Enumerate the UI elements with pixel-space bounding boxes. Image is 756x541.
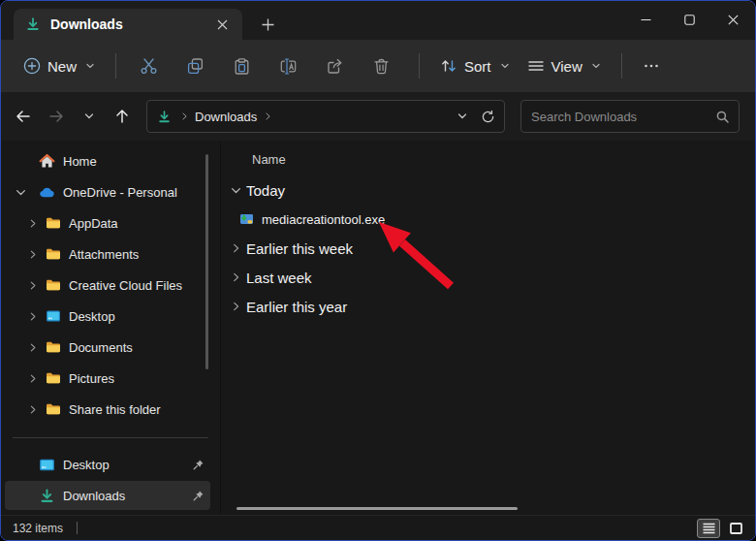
sidebar-item-label: OneDrive - Personal xyxy=(63,185,210,200)
share-button[interactable] xyxy=(314,48,355,83)
expand-chevron[interactable] xyxy=(26,249,38,260)
pin-icon xyxy=(192,490,205,502)
maximize-icon xyxy=(684,15,695,25)
sidebar-item-label: Downloads xyxy=(63,489,191,503)
new-tab-button[interactable] xyxy=(254,9,281,40)
more-options-button[interactable] xyxy=(634,48,669,83)
group-header-earlier-this-year[interactable]: Earlier this year xyxy=(221,292,755,321)
forward-button[interactable] xyxy=(42,102,71,131)
paste-button[interactable] xyxy=(221,48,262,83)
folder-icon xyxy=(46,246,61,262)
sidebar-item-label: Attachments xyxy=(69,247,210,262)
sidebar-item-label: Documents xyxy=(69,340,210,355)
up-arrow-icon xyxy=(114,109,130,124)
breadcrumb-segment[interactable]: Downloads xyxy=(195,110,257,124)
view-button-label: View xyxy=(551,58,583,75)
forward-arrow-icon xyxy=(48,109,64,124)
breadcrumb-chevron-icon xyxy=(263,111,272,121)
expand-chevron[interactable] xyxy=(26,218,38,229)
address-dropdown-button[interactable] xyxy=(450,103,475,130)
folder-icon xyxy=(46,277,61,293)
details-view-icon xyxy=(703,523,715,534)
sidebar-item-appdata[interactable]: AppData xyxy=(5,208,210,238)
group-list: Today mediacreationtool.exe Earlier this… xyxy=(221,175,755,321)
sidebar-item-creative-cloud-files[interactable]: Creative Cloud Files xyxy=(5,270,210,300)
sidebar-item-desktop-pinned[interactable]: Desktop xyxy=(5,450,210,479)
sidebar-item-pictures[interactable]: Pictures xyxy=(5,364,210,393)
expand-chevron[interactable] xyxy=(26,311,38,322)
folder-icon xyxy=(46,215,61,231)
new-button[interactable]: New xyxy=(15,50,104,81)
horizontal-scrollbar[interactable] xyxy=(236,507,518,510)
sidebar-item-label: Desktop xyxy=(69,309,210,324)
sidebar-item-share-this-folder[interactable]: Share this folder xyxy=(5,395,210,424)
pin-icon xyxy=(192,459,205,471)
chevron-right-icon xyxy=(230,271,241,283)
details-view-button[interactable] xyxy=(697,519,720,538)
group-header-today[interactable]: Today xyxy=(221,175,755,205)
sidebar-item-label: AppData xyxy=(69,216,210,231)
expand-chevron[interactable] xyxy=(13,186,28,199)
minimize-icon xyxy=(641,15,651,25)
toolbar-divider xyxy=(115,53,116,79)
desktop-icon xyxy=(39,457,55,473)
large-icons-view-icon xyxy=(730,523,742,534)
large-icons-view-button[interactable] xyxy=(724,519,747,538)
search-input[interactable] xyxy=(531,110,715,124)
delete-button[interactable] xyxy=(361,48,401,83)
column-header-label: Name xyxy=(252,152,286,167)
close-window-button[interactable] xyxy=(711,1,755,38)
expand-chevron[interactable] xyxy=(26,404,38,415)
sidebar-item-desktop[interactable]: Desktop xyxy=(5,302,210,331)
media-creation-tool-icon xyxy=(239,211,255,227)
back-button[interactable] xyxy=(9,102,38,131)
expand-chevron[interactable] xyxy=(26,342,38,353)
sidebar-scrollbar[interactable] xyxy=(205,154,208,369)
sidebar-divider xyxy=(13,437,208,438)
sort-button[interactable]: Sort xyxy=(431,50,519,81)
chevron-down-icon xyxy=(591,61,601,71)
downloads-icon xyxy=(39,488,55,504)
tab-downloads[interactable]: Downloads xyxy=(14,9,242,40)
sidebar-item-onedrive[interactable]: OneDrive - Personal xyxy=(5,177,210,207)
sidebar-item-documents[interactable]: Documents xyxy=(5,333,210,362)
copy-button[interactable] xyxy=(174,48,215,83)
home-icon xyxy=(39,153,55,170)
column-header-name[interactable]: Name xyxy=(221,148,755,170)
sidebar-item-label: Home xyxy=(63,154,210,169)
chevron-right-icon xyxy=(27,404,38,415)
group-header-last-week[interactable]: Last week xyxy=(221,263,755,292)
file-name: mediacreationtool.exe xyxy=(262,212,385,227)
navigation-bar: Downloads xyxy=(1,92,755,141)
view-button[interactable]: View xyxy=(519,50,610,81)
sidebar-item-attachments[interactable]: Attachments xyxy=(5,239,210,269)
group-label: Last week xyxy=(246,270,312,286)
sidebar-item-downloads-pinned[interactable]: Downloads xyxy=(5,481,210,510)
expand-chevron[interactable] xyxy=(26,373,38,384)
sidebar-item-label: Share this folder xyxy=(69,402,210,417)
minimize-button[interactable] xyxy=(624,1,668,38)
group-header-earlier-this-week[interactable]: Earlier this week xyxy=(221,234,755,263)
folder-icon xyxy=(46,339,61,355)
rename-button[interactable] xyxy=(268,48,308,83)
expand-chevron[interactable] xyxy=(26,280,38,291)
address-bar[interactable]: Downloads xyxy=(146,100,505,133)
file-list-pane: Name Today mediacreationtool.exe Earlier… xyxy=(221,141,755,515)
recent-locations-button[interactable] xyxy=(75,102,104,131)
view-icon xyxy=(527,57,545,75)
chevron-right-icon xyxy=(27,249,38,260)
file-row-mediacreationtool[interactable]: mediacreationtool.exe xyxy=(221,205,755,234)
maximize-button[interactable] xyxy=(668,1,711,38)
tab-close-button[interactable] xyxy=(211,14,233,35)
item-count: 132 items xyxy=(13,522,63,535)
rename-icon xyxy=(279,57,298,76)
breadcrumb-chevron-icon xyxy=(179,111,189,121)
up-button[interactable] xyxy=(108,102,137,131)
tab-title: Downloads xyxy=(50,16,211,32)
sidebar-item-home[interactable]: Home xyxy=(5,146,210,175)
cut-button[interactable] xyxy=(128,48,169,83)
group-label: Today xyxy=(246,182,285,199)
sidebar-item-label: Pictures xyxy=(69,371,210,386)
refresh-button[interactable] xyxy=(475,103,500,130)
search-icon xyxy=(715,110,729,123)
